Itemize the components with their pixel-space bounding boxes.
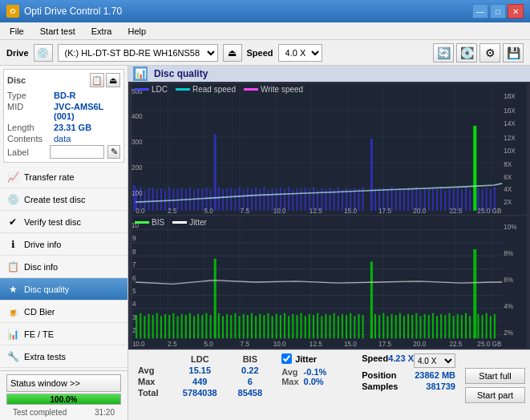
disc-label-input[interactable] [50, 145, 104, 159]
max-label: Max [133, 376, 172, 387]
svg-rect-181 [350, 313, 351, 339]
disc-info-button[interactable]: 📋 [90, 73, 104, 87]
start-part-button[interactable]: Start part [465, 387, 525, 403]
svg-rect-47 [305, 188, 306, 211]
svg-text:12.5: 12.5 [310, 339, 322, 348]
svg-rect-201 [436, 316, 438, 338]
svg-rect-202 [440, 314, 442, 338]
svg-rect-130 [140, 313, 141, 339]
svg-rect-164 [280, 315, 281, 338]
speed-dropdown[interactable]: 4.0 X [414, 353, 455, 368]
disc-label-edit-button[interactable]: ✎ [107, 145, 120, 159]
cd-bier-icon: 🍺 [6, 305, 19, 318]
maximize-button[interactable]: □ [490, 4, 506, 18]
sidebar-item-transfer-rate[interactable]: 📈 Transfer rate [0, 166, 127, 188]
svg-rect-185 [370, 261, 373, 338]
svg-rect-161 [267, 313, 269, 339]
save-button[interactable]: 💾 [503, 43, 524, 63]
sidebar-item-disc-info[interactable]: 📋 Disc info [0, 256, 127, 278]
sidebar-item-disc-quality[interactable]: ★ Disc quality [0, 278, 127, 301]
sidebar-item-cd-bier[interactable]: 🍺 CD Bier [0, 301, 127, 323]
jitter-max-val: 0.0% [299, 377, 327, 386]
sidebar-item-drive-info[interactable]: ℹ Drive info [0, 233, 127, 256]
disc-eject-button[interactable]: ⏏ [106, 73, 120, 87]
svg-rect-145 [201, 315, 203, 338]
svg-text:16X: 16X [504, 107, 516, 115]
svg-rect-36 [259, 189, 261, 210]
jitter-max-row: Max 0.0% [281, 377, 326, 386]
svg-rect-55 [338, 187, 339, 211]
menu-extra[interactable]: Extra [85, 25, 119, 38]
refresh-button[interactable]: 🔄 [433, 43, 454, 63]
svg-text:7.5: 7.5 [241, 339, 250, 348]
svg-text:20.0: 20.0 [413, 339, 426, 348]
svg-text:2: 2 [132, 326, 136, 335]
sidebar-item-verify-test-disc[interactable]: ✔ Verify test disc [0, 211, 127, 233]
top-chart: LDC Read speed Write speed [131, 83, 527, 215]
transfer-rate-icon: 📈 [6, 171, 19, 184]
sidebar-item-fe-te-label: FE / TE [24, 329, 54, 339]
status-window-button[interactable]: Status window >> [6, 374, 121, 392]
svg-rect-199 [428, 315, 430, 338]
svg-rect-197 [419, 316, 421, 338]
close-button[interactable]: ✕ [508, 4, 524, 18]
svg-rect-144 [197, 314, 199, 338]
svg-rect-29 [230, 188, 232, 211]
sidebar-item-create-test-disc[interactable]: 💿 Create test disc [0, 188, 127, 211]
eject-button[interactable]: ⏏ [223, 44, 242, 62]
disc-panel-title: Disc [7, 75, 26, 85]
svg-text:25.0 GB: 25.0 GB [477, 207, 502, 215]
svg-text:4%: 4% [504, 301, 513, 310]
legend-write-speed: Write speed [244, 85, 303, 94]
start-full-button[interactable]: Start full [465, 368, 525, 384]
svg-rect-157 [251, 313, 253, 339]
svg-rect-62 [370, 139, 373, 211]
svg-text:2X: 2X [504, 198, 512, 206]
svg-rect-35 [255, 188, 257, 211]
chart-icon: 📊 [133, 67, 148, 81]
drive-bar: Drive 💿 (K:) HL-DT-ST BD-RE WH16NS58 TST… [0, 40, 530, 66]
svg-text:100: 100 [131, 189, 143, 197]
svg-rect-140 [181, 314, 183, 338]
speed-section: Speed 4.23 X 4.0 X Position 23862 MB Sam… [357, 350, 460, 420]
menu-start-test[interactable]: Start test [34, 25, 82, 38]
minimize-button[interactable]: — [472, 4, 488, 18]
menu-file[interactable]: File [3, 25, 30, 38]
disc-length-key: Length [7, 123, 54, 132]
svg-rect-71 [407, 188, 409, 211]
settings-button[interactable]: ⚙ [479, 43, 500, 63]
svg-rect-134 [156, 313, 158, 339]
svg-rect-173 [317, 313, 318, 339]
svg-rect-184 [362, 315, 364, 338]
svg-rect-154 [239, 316, 241, 338]
jitter-checkbox[interactable] [281, 353, 292, 364]
progress-bar: 100.0% [6, 394, 121, 405]
title-bar: O Opti Drive Control 1.70 — □ ✕ [0, 0, 530, 22]
svg-rect-69 [399, 188, 401, 211]
total-bis: 85458 [228, 387, 272, 398]
svg-rect-78 [436, 189, 438, 210]
svg-rect-182 [354, 316, 355, 338]
disc-button[interactable]: 💽 [456, 43, 477, 63]
svg-rect-146 [205, 313, 207, 339]
sidebar-item-fe-te[interactable]: 📊 FE / TE [0, 323, 127, 345]
fe-te-icon: 📊 [6, 328, 19, 341]
svg-rect-195 [411, 315, 413, 338]
svg-rect-203 [444, 315, 446, 338]
svg-rect-170 [305, 316, 306, 338]
menu-help[interactable]: Help [121, 25, 152, 38]
stats-row-max: Max 449 6 [133, 376, 272, 387]
svg-rect-85 [465, 187, 467, 211]
drive-select[interactable]: (K:) HL-DT-ST BD-RE WH16NS58 TST4 [58, 44, 218, 62]
write-speed-color [244, 88, 258, 91]
sidebar-item-extra-tests[interactable]: 🔧 Extra tests [0, 345, 127, 368]
svg-rect-159 [259, 314, 261, 338]
disc-length-row: Length 23.31 GB [7, 123, 120, 132]
svg-rect-162 [272, 316, 273, 338]
disc-panel-header: Disc 📋 ⏏ [7, 73, 120, 87]
speed-select[interactable]: 4.0 X [278, 44, 322, 62]
position-value: 23862 MB [415, 370, 455, 380]
svg-text:6: 6 [132, 273, 136, 282]
svg-rect-204 [448, 313, 450, 339]
svg-text:14X: 14X [504, 119, 516, 127]
